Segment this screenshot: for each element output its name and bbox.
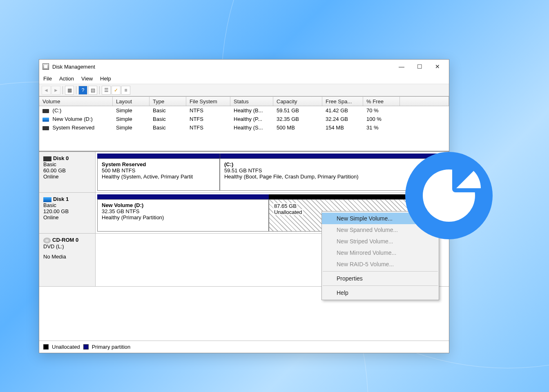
ctx-divider [323, 285, 438, 286]
toolbar-divider [76, 86, 76, 94]
disk-icon [43, 156, 51, 161]
disk-management-window: Disk Management — ☐ ✕ File Action View H… [39, 59, 449, 353]
menu-bar: File Action View Help [39, 74, 449, 84]
back-button[interactable]: ◄ [42, 86, 51, 95]
legend-label-primary: Primary partition [92, 344, 131, 350]
toolbar-divider [99, 86, 100, 94]
disk-state: Online [43, 214, 91, 220]
column-header[interactable]: Type [150, 97, 186, 106]
close-button[interactable]: ✕ [428, 61, 446, 72]
toolbar-divider [62, 86, 63, 94]
column-header[interactable]: Capacity [273, 97, 322, 106]
column-header[interactable]: Volume [39, 97, 113, 106]
disk-icon [43, 197, 51, 202]
disk-info-0[interactable]: Disk 0 Basic 60.00 GB Online [39, 152, 96, 192]
minimize-button[interactable]: — [393, 61, 411, 72]
disk-size: 60.00 GB [43, 167, 91, 174]
list-view-icon[interactable]: ▦ [65, 86, 74, 95]
disk-name: Disk 0 [53, 155, 69, 161]
legend-swatch-primary [83, 344, 89, 350]
disk-state: Online [43, 174, 91, 180]
volume-row[interactable]: System ReservedSimpleBasicNTFSHealthy (S… [39, 123, 449, 132]
partition-d[interactable]: New Volume (D:) 32.35 GB NTFS Healthy (P… [97, 199, 269, 232]
menu-help[interactable]: Help [100, 76, 111, 82]
disk-info-1[interactable]: Disk 1 Basic 120.00 GB Online [39, 193, 96, 233]
legend-label-unallocated: Unallocated [52, 344, 80, 350]
toolbar: ◄ ► ▦ ? ▤ ☰ ✓ ≡ [39, 84, 449, 96]
column-header[interactable]: Layout [113, 97, 150, 106]
ctx-new-striped-volume[interactable]: New Striped Volume... [322, 236, 439, 247]
disk-row-0: Disk 0 Basic 60.00 GB Online System Rese… [39, 152, 449, 193]
disk-type: Basic [43, 202, 91, 208]
disk-info-cdrom[interactable]: CD-ROM 0 DVD (L:) No Media [39, 234, 96, 286]
volume-row[interactable]: (C:)SimpleBasicNTFSHealthy (B...59.51 GB… [39, 106, 449, 115]
title-bar[interactable]: Disk Management — ☐ ✕ [39, 60, 449, 74]
ctx-properties[interactable]: Properties [322, 273, 439, 284]
volume-row[interactable]: New Volume (D:)SimpleBasicNTFSHealthy (P… [39, 115, 449, 123]
refresh-icon[interactable]: ☰ [102, 86, 111, 95]
column-header[interactable]: File System [186, 97, 230, 106]
menu-view[interactable]: View [81, 76, 93, 82]
legend: Unallocated Primary partition [39, 341, 449, 353]
disk-name: CD-ROM 0 [52, 237, 78, 243]
partition-header [97, 194, 269, 199]
volume-list-header: VolumeLayoutTypeFile SystemStatusCapacit… [39, 96, 449, 106]
ctx-new-mirrored-volume[interactable]: New Mirrored Volume... [322, 247, 439, 258]
partition-system-reserved[interactable]: System Reserved 500 MB NTFS Healthy (Sys… [97, 158, 220, 191]
detail-view-icon[interactable]: ▤ [88, 86, 97, 95]
disk-type: Basic [43, 161, 91, 167]
menu-action[interactable]: Action [59, 76, 74, 82]
cd-state: No Media [43, 254, 91, 260]
menu-file[interactable]: File [43, 76, 52, 82]
partition-header [97, 154, 220, 158]
column-header[interactable]: % Free [363, 97, 400, 106]
disk-name: Disk 1 [53, 196, 69, 202]
volume-list: (C:)SimpleBasicNTFSHealthy (B...59.51 GB… [39, 106, 449, 151]
column-header[interactable]: Status [230, 97, 273, 106]
app-icon [42, 63, 49, 70]
cd-drive-letter: DVD (L:) [43, 243, 91, 249]
ctx-new-raid5-volume[interactable]: New RAID-5 Volume... [322, 258, 439, 270]
ctx-divider [323, 271, 438, 272]
action-icon[interactable]: ✓ [112, 86, 121, 95]
legend-swatch-unallocated [43, 344, 49, 350]
column-header[interactable]: Free Spa... [322, 97, 363, 106]
maximize-button[interactable]: ☐ [411, 61, 428, 72]
window-title: Disk Management [52, 64, 393, 70]
forward-button[interactable]: ► [51, 86, 60, 95]
pie-chart-icon [405, 152, 493, 239]
disk-size: 120.00 GB [43, 208, 91, 214]
ctx-help[interactable]: Help [322, 287, 439, 298]
properties-icon[interactable]: ≡ [121, 86, 130, 95]
partition-header [220, 154, 447, 158]
cd-icon [43, 238, 51, 243]
help-icon[interactable]: ? [78, 86, 87, 95]
